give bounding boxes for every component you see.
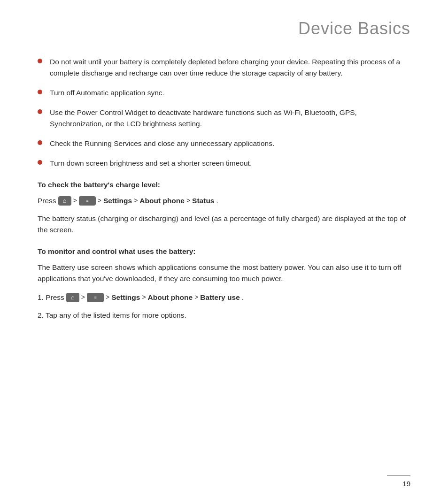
step1-line: 1. Press ⌂ > ≡ > Settings > About phone … <box>38 292 410 303</box>
page-number: 19 <box>402 480 410 488</box>
list-item: Check the Running Services and close any… <box>38 138 410 149</box>
status-label: Status <box>192 195 214 206</box>
check-battery-heading: To check the battery's charge level: <box>38 179 410 191</box>
menu-icon-button: ≡ <box>79 196 96 206</box>
settings-label: Settings <box>103 195 132 206</box>
bullet-text: Turn off Automatic application sync. <box>50 87 410 99</box>
bullet-dot <box>38 59 42 63</box>
bullet-dot <box>38 140 42 145</box>
list-item: Use the Power Control Widget to deactiva… <box>38 107 410 130</box>
step1-arrow-3: > <box>142 292 146 303</box>
house-icon-2: ⌂ <box>71 293 75 302</box>
step1-settings-label: Settings <box>111 292 140 303</box>
check-paragraph: The battery status (charging or discharg… <box>38 213 410 236</box>
arrow-3: > <box>134 196 138 206</box>
list-item: Turn down screen brightness and set a sh… <box>38 158 410 169</box>
period-2: . <box>242 292 244 303</box>
bullet-dot <box>38 160 42 165</box>
page-container: Device Basics Do not wait until your bat… <box>0 0 448 504</box>
monitor-battery-heading: To monitor and control what uses the bat… <box>38 246 410 257</box>
period-1: . <box>216 195 218 206</box>
about-phone-label-2: About phone <box>148 292 193 303</box>
bullet-text: Do not wait until your battery is comple… <box>50 56 410 79</box>
bullet-text: Check the Running Services and close any… <box>50 138 410 149</box>
step1-arrow-1: > <box>81 292 85 303</box>
content-area: Do not wait until your battery is comple… <box>38 56 410 321</box>
house-icon: ⌂ <box>63 196 67 206</box>
bullet-dot <box>38 90 42 94</box>
step1-prefix: 1. Press <box>38 292 64 303</box>
home-icon-button: ⌂ <box>58 196 71 206</box>
press-label: Press <box>38 195 56 206</box>
list-item: Do not wait until your battery is comple… <box>38 56 410 79</box>
arrow-1: > <box>73 196 77 206</box>
monitor-paragraph: The Battery use screen shows which appli… <box>38 262 410 284</box>
arrow-2: > <box>98 196 101 206</box>
bullet-text: Turn down screen brightness and set a sh… <box>50 158 410 169</box>
about-phone-label-1: About phone <box>139 195 185 206</box>
menu-lines-icon: ≡ <box>86 199 88 203</box>
check-press-line: Press ⌂ > ≡ > Settings > About phone > S… <box>38 195 410 206</box>
list-item: Turn off Automatic application sync. <box>38 87 410 99</box>
step1-arrow-4: > <box>194 292 198 303</box>
page-divider <box>387 475 410 476</box>
step2-line: 2. Tap any of the listed items for more … <box>38 310 410 321</box>
step1-arrow-2: > <box>106 292 109 303</box>
battery-use-label: Battery use <box>200 292 239 303</box>
page-title: Device Basics <box>38 19 410 38</box>
bullet-list: Do not wait until your battery is comple… <box>38 56 410 169</box>
menu-icon-button-2: ≡ <box>87 293 104 302</box>
menu-lines-icon-2: ≡ <box>94 296 96 300</box>
bullet-dot <box>38 109 42 114</box>
bullet-text: Use the Power Control Widget to deactiva… <box>50 107 410 130</box>
arrow-4: > <box>186 196 190 206</box>
home-icon-button-2: ⌂ <box>66 293 79 302</box>
